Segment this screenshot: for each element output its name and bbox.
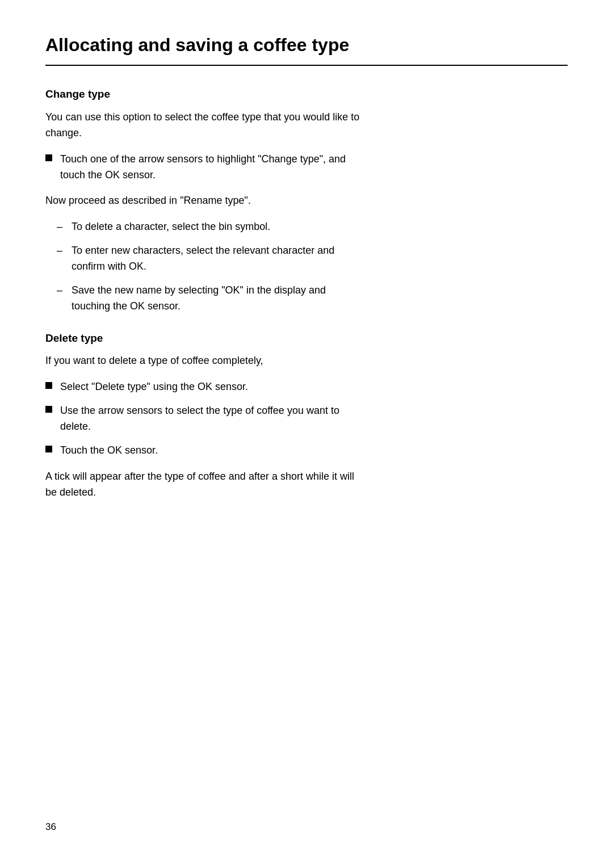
bullet-icon	[45, 406, 52, 413]
bullet-text: Touch the OK sensor.	[60, 443, 158, 459]
bullet-icon	[45, 382, 52, 389]
change-type-heading: Change type	[45, 86, 568, 103]
section-delete-type: Delete type If you want to delete a type…	[45, 330, 568, 501]
list-item: To enter new characters, select the rele…	[45, 243, 363, 275]
change-type-intro: You can use this option to select the co…	[45, 110, 363, 141]
list-item: Touch the OK sensor.	[45, 443, 363, 459]
list-item: Touch one of the arrow sensors to highli…	[45, 152, 363, 183]
delete-type-heading: Delete type	[45, 330, 568, 347]
section-change-type: Change type You can use this option to s…	[45, 86, 568, 314]
change-type-dash-list: To delete a character, select the bin sy…	[45, 219, 363, 314]
bullet-text: Touch one of the arrow sensors to highli…	[60, 152, 363, 183]
delete-type-intro: If you want to delete a type of coffee c…	[45, 353, 363, 369]
dash-text: Save the new name by selecting "OK" in t…	[72, 283, 363, 315]
list-item: Use the arrow sensors to select the type…	[45, 403, 363, 435]
list-item: Save the new name by selecting "OK" in t…	[45, 283, 363, 315]
bullet-text: Select "Delete type" using the OK sensor…	[60, 379, 248, 395]
dash-text: To enter new characters, select the rele…	[72, 243, 363, 275]
bullet-icon	[45, 154, 52, 161]
list-item: To delete a character, select the bin sy…	[45, 219, 363, 235]
list-item: Select "Delete type" using the OK sensor…	[45, 379, 363, 395]
change-type-bullet-list: Touch one of the arrow sensors to highli…	[45, 152, 363, 183]
delete-type-bullet-list: Select "Delete type" using the OK sensor…	[45, 379, 363, 459]
bullet-text: Use the arrow sensors to select the type…	[60, 403, 363, 435]
bullet-icon	[45, 446, 52, 452]
title-divider	[45, 65, 568, 66]
change-type-followup: Now proceed as described in "Rename type…	[45, 193, 363, 209]
dash-text: To delete a character, select the bin sy…	[72, 219, 270, 235]
page-title: Allocating and saving a coffee type	[45, 34, 568, 56]
page-number: 36	[45, 820, 56, 835]
delete-type-outro: A tick will appear after the type of cof…	[45, 469, 363, 501]
